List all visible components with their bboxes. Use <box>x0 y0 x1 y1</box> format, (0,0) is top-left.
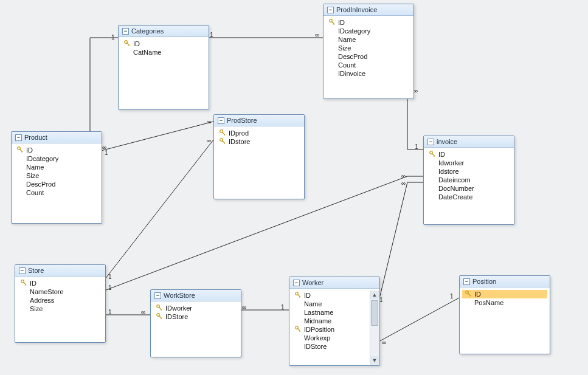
scroll-up-icon[interactable]: ▲ <box>370 291 379 299</box>
relationship-cardinality: ∞ <box>401 173 406 179</box>
entity-header[interactable]: −WorkStore <box>151 290 241 301</box>
svg-line-31 <box>298 329 301 332</box>
column-row[interactable]: ID <box>326 18 411 27</box>
column-row[interactable]: Name <box>326 35 411 44</box>
entity-title: ProdStore <box>227 117 257 124</box>
entity-invoice[interactable]: −invoiceIDIdworkerIdstoreDateincomDocNum… <box>423 136 514 225</box>
collapse-icon[interactable]: − <box>154 292 161 299</box>
column-row[interactable]: IDworker <box>153 304 238 312</box>
entity-title: Worker <box>302 279 323 286</box>
column-row[interactable]: ID <box>426 150 511 159</box>
collapse-icon[interactable]: − <box>427 139 434 145</box>
svg-line-1 <box>20 150 23 153</box>
column-row[interactable]: NameStore <box>18 287 103 296</box>
entity-header[interactable]: −invoice <box>424 136 514 148</box>
column-row[interactable]: Count <box>14 188 99 197</box>
svg-line-28 <box>298 295 301 298</box>
relationship-cardinality: 1 <box>108 274 112 280</box>
relationship-cardinality: 1 <box>210 32 213 38</box>
column-row[interactable]: IDPosition <box>292 325 370 334</box>
svg-line-7 <box>223 132 226 136</box>
column-row[interactable]: IDcategory <box>326 27 411 35</box>
primary-key-icon <box>20 280 27 287</box>
column-row[interactable]: IDStore <box>153 312 238 321</box>
column-row[interactable]: Count <box>326 61 411 69</box>
collapse-icon[interactable]: − <box>293 280 300 286</box>
collapse-icon[interactable]: − <box>218 117 224 124</box>
column-row[interactable]: ID <box>14 146 99 154</box>
column-name: IDPosition <box>304 326 334 333</box>
column-name: IDStore <box>165 313 188 320</box>
entity-header[interactable]: −Product <box>12 132 102 143</box>
column-row[interactable]: Name <box>14 163 99 171</box>
column-row[interactable]: Dateincom <box>426 176 511 184</box>
entity-categories[interactable]: −CategoriesIDCatName <box>118 25 209 110</box>
entity-prodininvoice[interactable]: −ProdInInvoiceIDIDcategoryNameSizeDescPr… <box>323 4 414 99</box>
column-row[interactable]: Size <box>326 44 411 52</box>
column-row[interactable]: Workexp <box>292 334 370 342</box>
svg-line-22 <box>159 308 162 311</box>
entity-worker[interactable]: −WorkerIDNameLastnameMidnameIDPositionWo… <box>289 277 380 366</box>
column-row[interactable]: Size <box>14 171 99 180</box>
column-row[interactable]: CatName <box>121 48 206 57</box>
entity-header[interactable]: −Position <box>460 276 550 287</box>
collapse-icon[interactable]: − <box>19 267 26 274</box>
column-row[interactable]: ID <box>462 290 547 298</box>
column-name: Count <box>338 61 356 69</box>
column-row[interactable]: IDStore <box>292 342 370 351</box>
scrollbar[interactable]: ▲▼ <box>370 291 379 365</box>
entity-header[interactable]: −Store <box>15 265 105 277</box>
entity-workstore[interactable]: −WorkStoreIDworkerIDStore <box>150 289 241 357</box>
column-row[interactable]: Name <box>292 300 370 308</box>
column-row[interactable]: DateCreate <box>426 193 511 201</box>
primary-key-icon <box>328 19 336 26</box>
column-name: IDcategory <box>338 27 370 35</box>
svg-line-34 <box>468 294 471 297</box>
primary-key-icon <box>294 292 302 299</box>
column-row[interactable]: Address <box>18 296 103 304</box>
relationship-cardinality: ∞ <box>102 144 106 151</box>
column-row[interactable]: DescProd <box>326 52 411 61</box>
relationship-cardinality: 1 <box>281 304 285 311</box>
column-row[interactable]: PosName <box>462 298 547 307</box>
scroll-down-icon[interactable]: ▼ <box>370 356 379 365</box>
collapse-icon[interactable]: − <box>15 134 22 141</box>
column-row[interactable]: DescProd <box>14 180 99 188</box>
relationship-cardinality: ∞ <box>242 304 246 311</box>
collapse-icon[interactable]: − <box>463 278 470 285</box>
column-name: Count <box>26 189 44 196</box>
entity-header[interactable]: −Worker <box>289 277 379 289</box>
collapse-icon[interactable]: − <box>327 7 334 13</box>
entity-header[interactable]: −ProdInInvoice <box>323 4 413 16</box>
column-row[interactable]: ID <box>292 291 370 300</box>
scroll-thumb[interactable] <box>371 300 378 326</box>
entity-position[interactable]: −PositionIDPosName <box>459 275 550 354</box>
column-name: Midname <box>304 317 331 325</box>
column-row[interactable]: IDcategory <box>14 154 99 163</box>
entity-header[interactable]: −Categories <box>119 26 209 37</box>
entity-title: ProdInInvoice <box>336 6 377 13</box>
column-row[interactable]: Idstore <box>426 167 511 176</box>
column-row[interactable]: Lastname <box>292 308 370 317</box>
column-row[interactable]: Idworker <box>426 159 511 167</box>
column-name: ID <box>338 19 345 26</box>
relationship-cardinality: 1 <box>105 150 108 156</box>
column-row[interactable]: Midname <box>292 317 370 325</box>
svg-line-4 <box>127 43 130 46</box>
column-row[interactable]: ID <box>18 279 103 287</box>
collapse-icon[interactable]: − <box>122 28 129 35</box>
column-row[interactable]: IDprod <box>216 129 302 137</box>
column-name: Dateincom <box>438 176 471 184</box>
column-row[interactable]: ID <box>121 40 206 48</box>
entity-prodstore[interactable]: −ProdStoreIDprodIDstore <box>213 114 305 199</box>
column-row[interactable]: IDinvoice <box>326 69 411 78</box>
column-name: IDprod <box>229 129 249 137</box>
column-name: NameStore <box>30 288 64 295</box>
column-name: DateCreate <box>438 193 472 201</box>
column-row[interactable]: Size <box>18 304 103 313</box>
entity-header[interactable]: −ProdStore <box>214 115 304 126</box>
entity-store[interactable]: −StoreIDNameStoreAddressSize <box>15 264 106 343</box>
column-row[interactable]: IDstore <box>216 137 302 146</box>
column-row[interactable]: DocNumber <box>426 184 511 193</box>
entity-product[interactable]: −ProductIDIDcategoryNameSizeDescProdCoun… <box>11 131 102 224</box>
